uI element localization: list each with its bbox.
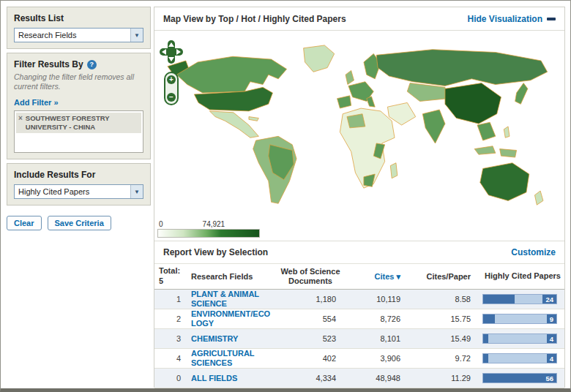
map-zoom-control: + − — [164, 72, 179, 105]
save-criteria-button[interactable]: Save Criteria — [48, 216, 111, 230]
table-row: 1 PLANT & ANIMAL SCIENCE 1,180 10,119 8.… — [154, 290, 564, 309]
hide-visualization-label: Hide Visualization — [468, 14, 542, 24]
add-filter-link[interactable]: Add Filter » — [14, 98, 59, 107]
field-link[interactable]: CHEMISTRY — [191, 334, 238, 344]
results-list-selected: Research Fields — [15, 31, 130, 39]
table-row: 0 ALL FIELDS 4,334 48,948 11.29 56 — [154, 369, 564, 388]
main-panel: Map View by Top / Hot / Highly Cited Pap… — [154, 7, 565, 388]
total-count: Total: 5 — [154, 266, 188, 287]
highly-cited-bar: 4 — [482, 333, 557, 344]
highly-cited-bar: 56 — [482, 373, 557, 383]
cites-per-paper-value: 9.72 — [411, 354, 481, 363]
filter-tag: × SOUTHWEST FORESTRY UNIVERSITY - CHINA — [16, 113, 141, 133]
filter-section: Filter Results By ? Changing the filter … — [7, 53, 151, 159]
field-link[interactable]: ALL FIELDS — [191, 374, 237, 383]
sidebar: Results List Research Fields ▼ Filter Re… — [7, 7, 151, 230]
chevron-down-icon: ▼ — [130, 29, 143, 42]
include-results-dropdown[interactable]: Highly Cited Papers ▼ — [14, 184, 143, 199]
hide-visualization-link[interactable]: Hide Visualization — [468, 14, 556, 24]
results-list-label: Results List — [14, 13, 143, 23]
table-row: 3 CHEMISTRY 523 8,101 15.49 4 — [154, 329, 564, 349]
row-rank: 1 — [154, 295, 188, 304]
report-header: Report View by Selection Customize — [154, 241, 564, 263]
docs-value: 402 — [275, 354, 346, 363]
highly-cited-value: 24 — [542, 295, 556, 304]
bar-fill — [483, 354, 488, 363]
customize-link[interactable]: Customize — [511, 247, 556, 257]
table-row: 2 ENVIRONMENT/ECOLOGY 554 8,726 15.75 9 — [154, 309, 564, 329]
highly-cited-value: 56 — [542, 374, 556, 382]
highly-cited-bar: 9 — [482, 314, 557, 324]
include-results-selected: Highly Cited Papers — [15, 187, 130, 196]
highly-cited-value: 4 — [547, 334, 556, 343]
cites-value: 3,906 — [346, 354, 411, 363]
bar-fill — [483, 295, 515, 304]
clear-button[interactable]: Clear — [7, 216, 42, 230]
legend-min-label: 0 — [159, 220, 163, 228]
page: Results List Research Fields ▼ Filter Re… — [0, 0, 571, 392]
docs-value: 1,180 — [275, 295, 346, 304]
cites-per-paper-value: 8.58 — [411, 295, 481, 304]
help-icon[interactable]: ? — [87, 60, 97, 69]
highly-cited-value: 4 — [547, 354, 556, 363]
filter-tag-list: × SOUTHWEST FORESTRY UNIVERSITY - CHINA — [14, 110, 143, 153]
filter-tag-label: SOUTHWEST FORESTRY UNIVERSITY - CHINA — [26, 114, 139, 132]
bar-fill — [483, 314, 495, 323]
minus-icon — [547, 18, 556, 20]
results-list-section: Results List Research Fields ▼ — [7, 7, 151, 49]
sort-desc-icon: ▾ — [396, 272, 400, 281]
world-map[interactable] — [166, 35, 559, 216]
results-table: Total: 5 Research Fields Web of Science … — [154, 263, 564, 388]
chevron-down-icon: ▼ — [130, 185, 143, 198]
map-legend: 0 74,921 — [157, 220, 260, 238]
map-pan-control[interactable] — [159, 39, 184, 64]
results-list-dropdown[interactable]: Research Fields ▼ — [14, 28, 143, 42]
report-view-title: Report View by Selection — [163, 247, 268, 257]
table-header-row: Total: 5 Research Fields Web of Science … — [154, 263, 564, 290]
highly-cited-value: 9 — [547, 314, 556, 323]
row-rank: 2 — [154, 314, 188, 323]
zoom-out-button[interactable]: − — [167, 93, 176, 102]
table-row: 4 AGRICULTURAL SCIENCES 402 3,906 9.72 4 — [154, 349, 564, 369]
cites-per-paper-value: 11.29 — [411, 374, 481, 382]
cites-per-paper-value: 15.75 — [411, 314, 481, 323]
cites-value: 8,101 — [346, 334, 411, 343]
highly-cited-bar: 4 — [482, 353, 557, 363]
map-countries[interactable] — [168, 45, 548, 205]
docs-value: 4,334 — [275, 374, 346, 382]
col-cites[interactable]: Cites ▾ — [346, 272, 411, 282]
cites-value: 8,726 — [346, 314, 411, 323]
bar-fill — [483, 334, 488, 343]
map-area: + − 0 74,921 — [154, 31, 564, 241]
cites-value: 10,119 — [346, 295, 411, 304]
cites-value: 48,948 — [346, 374, 411, 382]
row-rank: 3 — [154, 334, 188, 343]
map-view-title: Map View by Top / Hot / Highly Cited Pap… — [163, 14, 346, 24]
col-wos-documents[interactable]: Web of Science Documents — [275, 267, 346, 286]
field-link[interactable]: AGRICULTURAL SCIENCES — [191, 349, 275, 367]
col-highly-cited[interactable]: Highly Cited Papers — [481, 271, 564, 281]
include-results-label: Include Results For — [14, 170, 143, 180]
legend-max-label: 74,921 — [203, 220, 225, 228]
filter-note: Changing the filter field removes all cu… — [14, 72, 143, 91]
table-body: 1 PLANT & ANIMAL SCIENCE 1,180 10,119 8.… — [154, 290, 564, 388]
close-icon[interactable]: × — [18, 114, 23, 132]
docs-value: 554 — [275, 314, 346, 323]
zoom-in-button[interactable]: + — [167, 75, 176, 84]
include-results-section: Include Results For Highly Cited Papers … — [7, 163, 151, 206]
map-header: Map View by Top / Hot / Highly Cited Pap… — [154, 7, 564, 31]
docs-value: 523 — [275, 334, 346, 343]
row-rank: 0 — [154, 374, 188, 382]
cites-per-paper-value: 15.49 — [411, 334, 481, 343]
row-rank: 4 — [154, 354, 188, 363]
field-link[interactable]: PLANT & ANIMAL SCIENCE — [191, 290, 275, 308]
col-research-fields[interactable]: Research Fields — [188, 272, 275, 281]
highly-cited-bar: 24 — [482, 294, 557, 304]
filter-label: Filter Results By — [14, 59, 83, 69]
field-link[interactable]: ENVIRONMENT/ECOLOGY — [191, 309, 275, 328]
col-cites-per-paper[interactable]: Cites/Paper — [411, 272, 481, 281]
legend-gradient-bar — [157, 229, 260, 238]
